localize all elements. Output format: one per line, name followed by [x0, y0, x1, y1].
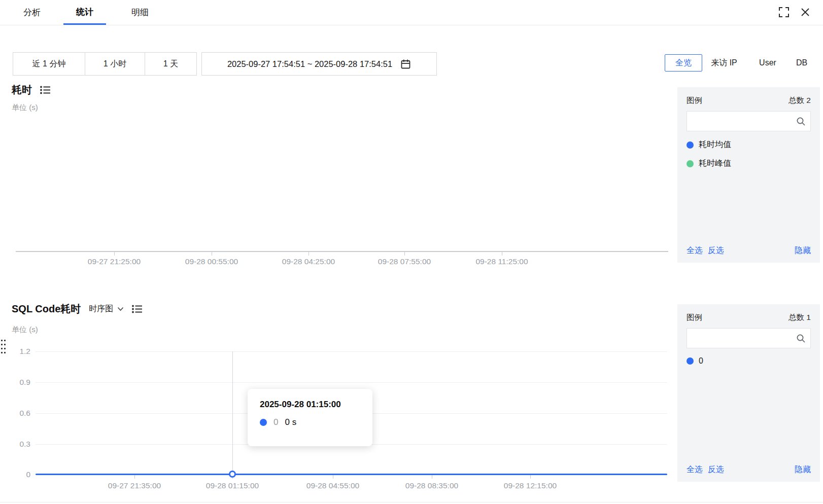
range-button-1min[interactable]: 近 1 分钟	[13, 53, 85, 75]
chart2-axis-label: 09-28 12:15:00	[504, 481, 557, 490]
search-icon[interactable]	[796, 334, 806, 343]
chart1-axis-label: 09-28 11:25:00	[475, 257, 528, 266]
chart2-legend-panel: 图例 总数 1 0 全选 反选 隐藏	[677, 304, 820, 482]
chart2-axis-label: 09-28 01:15:00	[206, 481, 259, 490]
chart2-unit-label: 单位 (s)	[12, 325, 38, 335]
chart2-axis-label: 09-28 04:55:00	[306, 481, 359, 490]
chevron-down-icon	[117, 307, 124, 311]
series-line	[36, 474, 667, 475]
chart1-legend-panel: 图例 总数 2 耗时均值 耗时峰值 全选 反选 隐藏	[677, 87, 820, 263]
chart1-title-row: 耗时	[12, 83, 51, 97]
chart2-y-label: 0	[10, 470, 30, 479]
series-color-dot	[260, 419, 267, 426]
legend-header: 图例	[687, 95, 702, 106]
legend-item-0[interactable]: 0	[687, 356, 811, 366]
calendar-icon[interactable]	[400, 59, 411, 69]
tab-analysis[interactable]: 分析	[20, 0, 44, 25]
series-color-dot	[687, 357, 694, 365]
gridline	[36, 351, 667, 352]
crosshair-line	[232, 351, 233, 475]
invert-selection-link[interactable]: 反选	[708, 464, 724, 475]
view-tab-db[interactable]: DB	[793, 54, 811, 71]
legend-item-label: 耗时峰值	[699, 158, 731, 169]
legend-item-label: 0	[699, 356, 703, 366]
chart2-title: SQL Code耗时	[12, 302, 81, 316]
list-icon[interactable]	[40, 86, 51, 94]
series-color-dot	[687, 160, 694, 167]
chart-type-label: 时序图	[89, 304, 113, 314]
legend-item-avg[interactable]: 耗时均值	[687, 139, 811, 150]
chart2-axis-label: 09-27 21:35:00	[108, 481, 161, 490]
hide-link[interactable]: 隐藏	[795, 245, 811, 256]
view-tab-visitor-ip[interactable]: 来访 IP	[707, 54, 741, 71]
chart2-axis-tick	[432, 475, 432, 479]
invert-selection-link[interactable]: 反选	[708, 245, 724, 256]
legend-search-input[interactable]	[687, 112, 812, 131]
chart2-y-label: 1.2	[10, 347, 30, 356]
chart1-axis-tick	[114, 252, 115, 256]
chart1-axis-tick	[212, 252, 212, 256]
date-range-picker[interactable]: 2025-09-27 17:54:51 ~ 2025-09-28 17:54:5…	[201, 52, 437, 76]
hovered-data-point[interactable]	[229, 471, 236, 478]
hide-link[interactable]: 隐藏	[795, 464, 811, 475]
chart2-y-label: 0.6	[10, 409, 30, 418]
range-button-1day[interactable]: 1 天	[145, 53, 196, 75]
legend-total-count: 总数 1	[788, 312, 811, 323]
drag-handle-icon[interactable]	[1, 339, 7, 355]
chart1-axis-label: 09-28 07:55:00	[378, 257, 431, 266]
chart2-axis-tick	[333, 475, 333, 479]
legend-total-count: 总数 2	[788, 95, 811, 106]
chart1-title: 耗时	[12, 83, 32, 97]
chart2-axis-tick	[530, 475, 531, 479]
chart1-axis-tick	[404, 252, 405, 256]
tab-statistics[interactable]: 统计	[63, 0, 106, 25]
series-color-dot	[687, 141, 694, 149]
tab-detail[interactable]: 明细	[128, 0, 152, 25]
tooltip-series-label: 0	[273, 417, 278, 427]
chart1-axis-tick	[502, 252, 502, 256]
select-all-link[interactable]: 全选	[687, 464, 703, 475]
gridline	[36, 382, 667, 383]
legend-search-input[interactable]	[687, 329, 812, 348]
chart-type-selector[interactable]: 时序图	[89, 304, 124, 314]
legend-item-label: 耗时均值	[699, 139, 731, 150]
chart2-y-label: 0.9	[10, 378, 30, 387]
chart2-axis-label: 09-28 08:35:00	[405, 481, 458, 490]
close-icon[interactable]	[799, 6, 812, 19]
chart1-axis-label: 09-28 00:55:00	[185, 257, 238, 266]
chart1-unit-label: 单位 (s)	[12, 103, 38, 113]
chart2-plot-area[interactable]: 1.2 0.9 0.6 0.3 0 09-27 21:35:00 09-28 0…	[36, 348, 667, 475]
chart2-y-label: 0.3	[10, 440, 30, 449]
chart1-axis-tick	[308, 252, 309, 256]
date-range-text: 2025-09-27 17:54:51 ~ 2025-09-28 17:54:5…	[227, 59, 392, 69]
tooltip-value: 0 s	[285, 417, 296, 427]
chart1-axis-label: 09-27 21:25:00	[88, 257, 141, 266]
chart1-plot-area[interactable]: 09-27 21:25:00 09-28 00:55:00 09-28 04:2…	[16, 117, 668, 252]
chart-tooltip: 2025-09-28 01:15:00 0 0 s	[248, 389, 372, 446]
bottom-divider	[0, 502, 823, 502]
chart2-axis-tick	[134, 475, 135, 479]
view-tab-user[interactable]: User	[755, 54, 780, 71]
chart2-title-row: SQL Code耗时 时序图	[12, 302, 143, 316]
tooltip-timestamp: 2025-09-28 01:15:00	[260, 400, 360, 410]
fullscreen-icon[interactable]	[777, 6, 791, 19]
search-icon[interactable]	[796, 117, 806, 126]
view-tab-overview[interactable]: 全览	[665, 54, 702, 71]
time-range-button-group: 近 1 分钟 1 小时 1 天	[13, 52, 197, 76]
tab-bar: 分析 统计 明细	[0, 0, 823, 25]
list-icon[interactable]	[132, 305, 143, 313]
range-button-1hour[interactable]: 1 小时	[85, 53, 145, 75]
select-all-link[interactable]: 全选	[687, 245, 703, 256]
chart1-axis-label: 09-28 04:25:00	[282, 257, 335, 266]
legend-header: 图例	[687, 312, 702, 323]
legend-item-peak[interactable]: 耗时峰值	[687, 158, 811, 169]
